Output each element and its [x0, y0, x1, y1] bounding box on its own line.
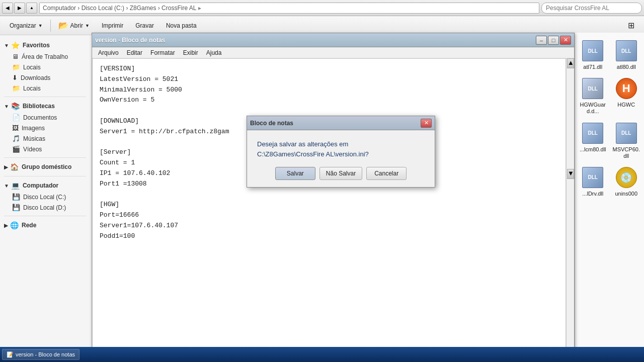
dialog-nao-salvar-button[interactable]: Não Salvar	[319, 167, 362, 180]
taskbar-notepad-icon: 📝	[7, 351, 14, 358]
dialog-buttons: Salvar Não Salvar Cancelar	[257, 167, 425, 180]
taskbar-notepad-label: version - Bloco de notas	[16, 351, 75, 357]
dialog-message-line2: C:\Z8Games\CrossFire AL\version.ini?	[257, 150, 369, 158]
taskbar-item-notepad[interactable]: 📝 version - Bloco de notas	[2, 349, 79, 360]
dialog-titlebar: Bloco de notas ✕	[247, 116, 435, 130]
dialog-box: Bloco de notas ✕ Deseja salvar as altera…	[247, 116, 435, 188]
dialog-salvar-button[interactable]: Salvar	[275, 167, 315, 180]
taskbar: 📝 version - Bloco de notas	[0, 347, 644, 362]
dialog-title: Bloco de notas	[250, 120, 420, 127]
dialog-body: Deseja salvar as alterações em C:\Z8Game…	[247, 130, 435, 187]
dialog-cancelar-button[interactable]: Cancelar	[366, 167, 407, 180]
dialog-message-line1: Deseja salvar as alterações em	[257, 140, 348, 148]
dialog-overlay: Bloco de notas ✕ Deseja salvar as altera…	[0, 0, 644, 362]
dialog-message: Deseja salvar as alterações em C:\Z8Game…	[257, 139, 425, 159]
dialog-close-button[interactable]: ✕	[421, 119, 432, 128]
